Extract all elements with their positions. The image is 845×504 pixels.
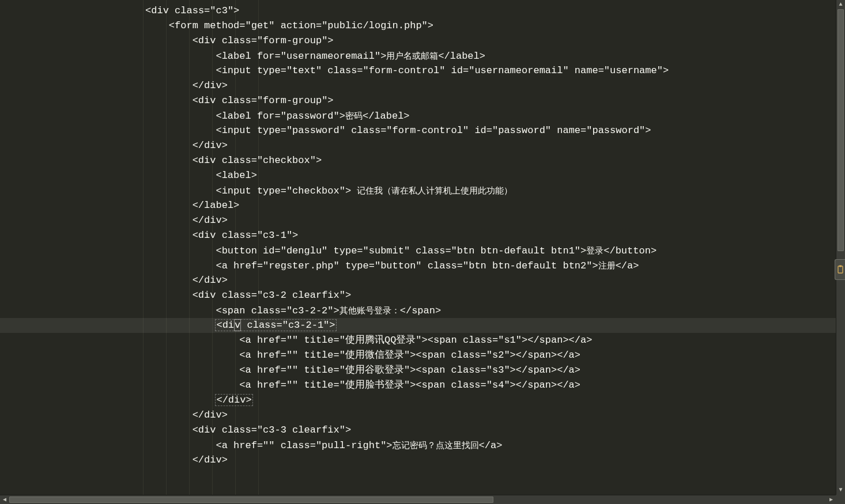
code-line[interactable]: <div class="c3-1">: [0, 228, 836, 243]
vertical-scrollbar[interactable]: ▲ ▼: [836, 0, 845, 495]
code-line[interactable]: </div>: [0, 453, 836, 468]
vertical-scroll-thumb[interactable]: [838, 9, 844, 251]
horizontal-scroll-thumb[interactable]: [9, 497, 493, 503]
code-line[interactable]: <button id="denglu" type="submit" class=…: [0, 243, 836, 258]
code-line[interactable]: </div>: [0, 138, 836, 153]
side-panel-toggle[interactable]: [835, 259, 845, 280]
code-line[interactable]: </div>: [0, 393, 836, 408]
horizontal-scrollbar[interactable]: ◀ ▶: [0, 495, 836, 504]
scroll-down-button[interactable]: ▼: [836, 486, 845, 495]
code-line[interactable]: <input type="password" class="form-contr…: [0, 123, 836, 138]
code-line[interactable]: <div class="c3-3 clearfix">: [0, 423, 836, 438]
code-line[interactable]: <a href="" title="使用谷歌登录"><span class="s…: [0, 363, 836, 378]
scroll-left-button[interactable]: ◀: [0, 495, 9, 504]
code-line[interactable]: </div>: [0, 273, 836, 288]
code-line[interactable]: </label>: [0, 198, 836, 213]
code-line[interactable]: </div>: [0, 213, 836, 228]
code-area[interactable]: <div class="c3"> <form method="get" acti…: [0, 0, 836, 495]
clipboard-icon: [837, 265, 844, 274]
code-line[interactable]: <div class="c3-2 clearfix">: [0, 288, 836, 303]
code-line[interactable]: <label>: [0, 168, 836, 183]
code-line[interactable]: <span class="c3-2-2">其他账号登录：</span>: [0, 303, 836, 318]
code-line[interactable]: <a href="" title="使用腾讯QQ登录"><span class=…: [0, 333, 836, 348]
code-line[interactable]: <form method="get" action="public/login.…: [0, 18, 836, 33]
scroll-up-button[interactable]: ▲: [836, 0, 845, 9]
code-line[interactable]: <div class="form-group">: [0, 93, 836, 108]
code-line[interactable]: </div>: [0, 408, 836, 423]
code-line[interactable]: <a href="regster.php" type="button" clas…: [0, 258, 836, 273]
scroll-right-button[interactable]: ▶: [827, 495, 836, 504]
code-line[interactable]: <div class="form-group">: [0, 33, 836, 48]
code-line[interactable]: <label for="usernameoremail">用户名或邮箱</lab…: [0, 48, 836, 63]
code-line[interactable]: <input type="checkbox"> 记住我（请在私人计算机上使用此功…: [0, 183, 836, 198]
code-line[interactable]: <label for="password">密码</label>: [0, 108, 836, 123]
scrollbar-corner: [836, 495, 845, 504]
code-line[interactable]: <div class="checkbox">: [0, 153, 836, 168]
svg-rect-0: [838, 266, 843, 273]
svg-rect-1: [839, 266, 842, 267]
code-line[interactable]: </div>: [0, 78, 836, 93]
code-line[interactable]: <a href="" title="使用脸书登录"><span class="s…: [0, 378, 836, 393]
code-editor[interactable]: <div class="c3"> <form method="get" acti…: [0, 0, 836, 495]
code-line[interactable]: <a href="" title="使用微信登录"><span class="s…: [0, 348, 836, 363]
code-line[interactable]: <input type="text" class="form-control" …: [0, 63, 836, 78]
code-line[interactable]: <div class="c3">: [0, 3, 836, 18]
code-line[interactable]: <div class="c3-2-1">: [0, 318, 836, 333]
code-line[interactable]: <a href="" class="pull-right">忘记密码？点这里找回…: [0, 438, 836, 453]
